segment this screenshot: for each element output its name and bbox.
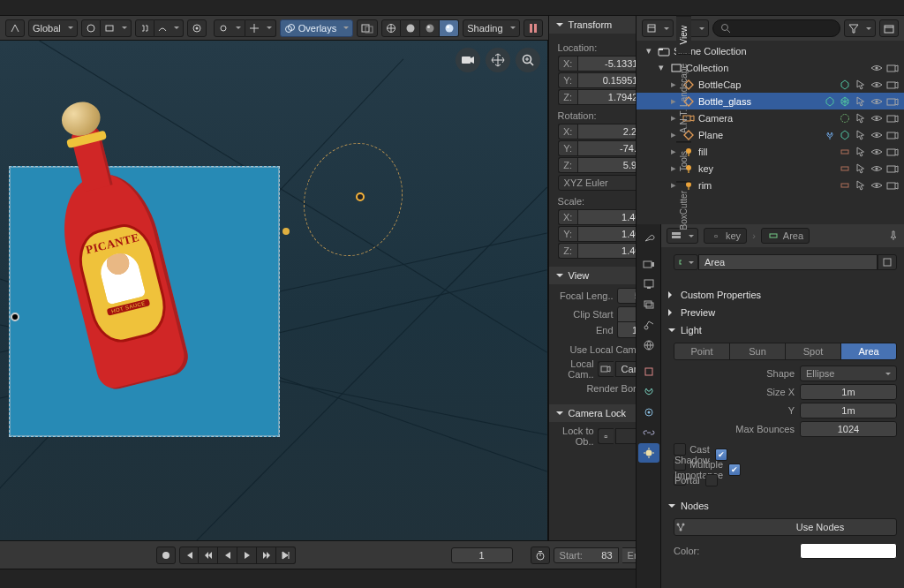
multi-importance-checkbox[interactable] bbox=[728, 464, 741, 476]
shape-dropdown[interactable]: Ellipse bbox=[800, 366, 897, 381]
preview-header[interactable]: Preview bbox=[661, 304, 904, 321]
use-nodes-button[interactable]: Use Nodes bbox=[674, 518, 897, 536]
shading-dropdown[interactable]: Shading bbox=[463, 19, 519, 37]
sizey-field[interactable]: 1m bbox=[800, 403, 897, 418]
new-datablock-icon[interactable] bbox=[878, 254, 897, 270]
cursor-icon[interactable] bbox=[855, 79, 867, 91]
light-type-point[interactable]: Point bbox=[674, 343, 730, 359]
prop-tab-world-icon[interactable] bbox=[638, 335, 659, 355]
snap-dropdown[interactable] bbox=[101, 19, 132, 37]
eye-icon[interactable] bbox=[870, 79, 883, 91]
snap-toggle[interactable] bbox=[135, 19, 154, 37]
record-icon[interactable] bbox=[156, 547, 176, 564]
outliner-new-collection-icon[interactable] bbox=[879, 19, 899, 37]
n-tab-ant[interactable]: A.N.T. Landscape bbox=[676, 54, 691, 142]
n-tab-boxcutter[interactable]: BoxCutter bbox=[676, 181, 691, 238]
orientation-dropdown[interactable]: Global bbox=[28, 19, 78, 37]
portal-checkbox[interactable] bbox=[705, 474, 718, 486]
eye-icon[interactable] bbox=[870, 129, 883, 141]
eye-icon[interactable] bbox=[870, 146, 883, 158]
expander-icon[interactable]: ▾ bbox=[644, 45, 654, 57]
cursor-icon[interactable] bbox=[855, 95, 867, 108]
datablock-browse-icon[interactable] bbox=[674, 254, 698, 270]
breadcrumb-object[interactable]: ▫key bbox=[704, 228, 747, 244]
current-frame-field[interactable]: 1 bbox=[451, 547, 513, 563]
prop-tab-objectdata-icon[interactable] bbox=[638, 443, 659, 463]
eye-icon[interactable] bbox=[870, 179, 883, 192]
cursor-icon[interactable] bbox=[855, 146, 867, 158]
render-icon[interactable] bbox=[886, 62, 899, 74]
light-type-spot[interactable]: Spot bbox=[786, 343, 841, 359]
prop-tab-object-icon[interactable] bbox=[638, 362, 659, 381]
render-icon[interactable] bbox=[886, 179, 899, 192]
light-panel-header[interactable]: Light bbox=[661, 321, 904, 339]
play-icon[interactable] bbox=[237, 547, 257, 564]
sizex-field[interactable]: 1m bbox=[800, 384, 897, 400]
eye-icon[interactable] bbox=[870, 112, 883, 124]
expander-icon[interactable]: ▾ bbox=[656, 62, 667, 73]
max-bounces-field[interactable]: 1024 bbox=[800, 421, 897, 437]
pin-icon[interactable] bbox=[888, 230, 899, 241]
cursor-icon[interactable] bbox=[855, 129, 867, 141]
next-keyframe-icon[interactable] bbox=[257, 547, 276, 564]
cursor-icon[interactable] bbox=[855, 112, 867, 124]
stopwatch-icon[interactable] bbox=[531, 547, 550, 564]
breadcrumb-data[interactable]: Area bbox=[761, 228, 810, 244]
visibility-dropdown[interactable] bbox=[214, 19, 245, 37]
viewport-camera-icon[interactable] bbox=[456, 48, 480, 72]
eye-icon[interactable] bbox=[870, 162, 883, 175]
render-icon[interactable] bbox=[886, 79, 899, 91]
xray-toggle[interactable] bbox=[357, 19, 378, 37]
outliner-display-mode[interactable] bbox=[642, 19, 674, 37]
shading-render-icon[interactable] bbox=[440, 19, 459, 37]
light-type-area[interactable]: Area bbox=[841, 343, 896, 359]
shading-matprev-icon[interactable] bbox=[420, 19, 440, 37]
cursor-icon[interactable] bbox=[855, 162, 867, 175]
snap-settings[interactable] bbox=[154, 19, 184, 37]
cursor-icon[interactable] bbox=[855, 179, 867, 192]
outliner-search-input[interactable] bbox=[712, 19, 840, 37]
start-frame-field[interactable]: Start:83 bbox=[554, 547, 619, 563]
prop-tab-scene-icon[interactable] bbox=[638, 315, 659, 335]
prop-tab-viewlayer-icon[interactable] bbox=[638, 295, 659, 314]
prop-tab-render-icon[interactable] bbox=[638, 254, 659, 274]
custom-props-header[interactable]: Custom Properties bbox=[661, 286, 904, 304]
pause-render-icon[interactable] bbox=[524, 19, 543, 37]
prop-tab-output-icon[interactable] bbox=[638, 275, 659, 294]
render-icon[interactable] bbox=[886, 112, 899, 124]
proportional-icon[interactable] bbox=[187, 19, 207, 37]
shading-wire-icon[interactable] bbox=[381, 19, 401, 37]
render-icon[interactable] bbox=[886, 129, 899, 141]
timeline-body[interactable] bbox=[0, 569, 693, 588]
datablock-name-field[interactable]: Area bbox=[698, 254, 878, 270]
prop-tab-modifier-icon[interactable] bbox=[638, 382, 659, 402]
eye-icon[interactable] bbox=[870, 95, 883, 108]
viewport-3d[interactable]: PICANTE HOT SAUCE bbox=[0, 41, 548, 540]
play-reverse-icon[interactable] bbox=[218, 547, 237, 564]
n-tab-tools[interactable]: Tools bbox=[676, 141, 691, 180]
viewport-pan-icon[interactable] bbox=[486, 48, 510, 72]
prop-tab-tool-icon[interactable] bbox=[638, 228, 659, 247]
nodes-panel-header[interactable]: Nodes bbox=[661, 497, 904, 515]
light-color-swatch[interactable] bbox=[800, 543, 897, 559]
render-icon[interactable] bbox=[886, 95, 899, 108]
viewport-zoom-icon[interactable] bbox=[516, 48, 540, 72]
prop-tab-physics-icon[interactable] bbox=[638, 403, 659, 422]
jump-start-icon[interactable] bbox=[179, 547, 199, 564]
outliner-name: Plane bbox=[698, 130, 820, 140]
outliner-filter-icon[interactable] bbox=[844, 19, 876, 37]
render-icon[interactable] bbox=[886, 162, 899, 175]
shading-solid-icon[interactable] bbox=[401, 19, 420, 37]
prop-tab-constraint-icon[interactable] bbox=[638, 423, 659, 442]
gizmo-dropdown[interactable] bbox=[245, 19, 276, 37]
pivot-dropdown[interactable] bbox=[81, 19, 101, 37]
cast-shadow-checkbox[interactable] bbox=[715, 449, 727, 461]
jump-end-icon[interactable] bbox=[276, 547, 296, 564]
mode-menu-icon[interactable] bbox=[5, 19, 25, 37]
prev-keyframe-icon[interactable] bbox=[199, 547, 218, 564]
eye-icon[interactable] bbox=[870, 62, 883, 74]
n-tab-view[interactable]: View bbox=[676, 16, 691, 54]
render-icon[interactable] bbox=[886, 146, 899, 158]
overlays-dropdown[interactable]: Overlays bbox=[280, 19, 353, 37]
light-type-sun[interactable]: Sun bbox=[730, 343, 786, 359]
